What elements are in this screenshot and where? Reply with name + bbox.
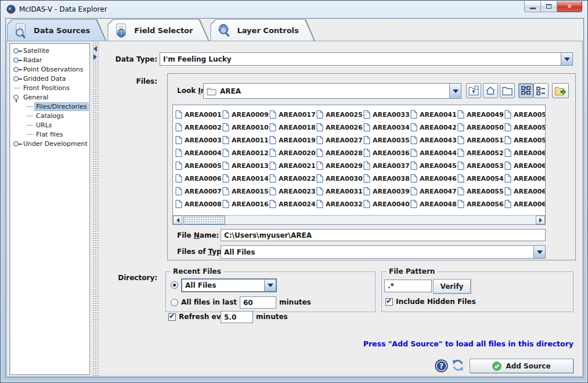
- file-item[interactable]: AREA0060: [504, 146, 545, 159]
- new-folder-button[interactable]: [500, 83, 515, 98]
- file-item[interactable]: AREA0061: [504, 159, 545, 172]
- tree-item-files-directories[interactable]: Files/Directories: [10, 102, 89, 111]
- details-view-toggle[interactable]: [533, 83, 549, 98]
- scroll-left-icon[interactable]: [173, 216, 182, 224]
- tree-toggle-icon[interactable]: [13, 55, 22, 65]
- data-type-combo[interactable]: I'm Feeling Lucky: [160, 52, 573, 66]
- verify-button[interactable]: Verify: [433, 279, 471, 293]
- chevron-down-icon[interactable]: [264, 280, 276, 291]
- maximize-button[interactable]: [541, 1, 557, 12]
- file-item[interactable]: AREA0043: [410, 134, 457, 146]
- file-item[interactable]: AREA0042: [410, 121, 457, 134]
- chevron-down-icon[interactable]: [561, 53, 572, 65]
- file-item[interactable]: AREA0016: [222, 198, 269, 210]
- list-view-toggle[interactable]: [518, 83, 533, 98]
- file-item[interactable]: AREA0025: [316, 108, 363, 121]
- file-item[interactable]: AREA0051: [457, 134, 504, 146]
- file-item[interactable]: AREA0049: [457, 108, 504, 121]
- tree-item-urls[interactable]: URLs: [10, 120, 89, 130]
- tree-item-radar[interactable]: Radar: [10, 55, 89, 65]
- file-item[interactable]: AREA0033: [363, 108, 410, 121]
- file-item[interactable]: AREA0015: [222, 185, 269, 198]
- file-item[interactable]: AREA0006: [175, 172, 222, 185]
- tree-item-gridded-data[interactable]: Gridded Data: [10, 74, 89, 83]
- file-item[interactable]: AREA0057: [504, 108, 545, 121]
- collapse-left-icon[interactable]: [93, 46, 97, 52]
- refresh-minutes-input[interactable]: 5.0: [221, 311, 253, 323]
- file-item[interactable]: AREA0038: [363, 172, 410, 185]
- file-item[interactable]: AREA0044: [410, 146, 457, 159]
- file-item[interactable]: AREA0045: [410, 159, 457, 172]
- scrollbar-thumb[interactable]: [183, 216, 225, 224]
- tree-toggle-icon[interactable]: [13, 92, 22, 102]
- chevron-down-icon[interactable]: [533, 246, 545, 258]
- file-item[interactable]: AREA0014: [222, 172, 269, 185]
- tab-data-sources[interactable]: Data Sources: [7, 19, 106, 41]
- file-item[interactable]: AREA0002: [175, 121, 222, 134]
- file-item[interactable]: AREA0062: [504, 172, 545, 185]
- tree-toggle-icon[interactable]: [13, 139, 22, 148]
- look-in-combo[interactable]: AREA: [203, 83, 461, 99]
- tree-toggle-icon[interactable]: [13, 65, 22, 74]
- file-item[interactable]: AREA0064: [504, 198, 545, 210]
- files-in-last-input[interactable]: 60: [240, 296, 276, 309]
- tree-toggle-icon[interactable]: [13, 74, 22, 83]
- file-item[interactable]: AREA0010: [222, 121, 269, 134]
- file-item[interactable]: AREA0012: [222, 146, 269, 159]
- tree-item-under-development[interactable]: Under Development: [10, 139, 89, 148]
- file-item[interactable]: AREA0001: [175, 108, 222, 121]
- file-item[interactable]: AREA0035: [363, 134, 410, 146]
- file-item[interactable]: AREA0031: [316, 185, 363, 198]
- up-one-level-button[interactable]: [466, 83, 481, 98]
- file-item[interactable]: AREA0053: [457, 159, 504, 172]
- tab-field-selector[interactable]: Field Selector: [107, 19, 209, 41]
- tree-item-catalogs[interactable]: Catalogs: [10, 111, 89, 120]
- help-button[interactable]: ?: [434, 359, 448, 373]
- tree-item-front-positions[interactable]: Front Positions: [10, 83, 89, 92]
- file-item[interactable]: AREA0028: [316, 146, 363, 159]
- file-item[interactable]: AREA0004: [175, 146, 222, 159]
- file-item[interactable]: AREA0052: [457, 146, 504, 159]
- file-item[interactable]: AREA0041: [410, 108, 457, 121]
- close-button[interactable]: ✕: [557, 1, 582, 12]
- file-item[interactable]: AREA0021: [269, 159, 316, 172]
- add-source-button[interactable]: Add Source: [470, 359, 573, 373]
- file-item[interactable]: AREA0007: [175, 185, 222, 198]
- file-item[interactable]: AREA0019: [269, 134, 316, 146]
- split-divider[interactable]: [92, 41, 99, 376]
- refresh-checkbox[interactable]: [168, 313, 176, 321]
- file-item[interactable]: AREA0056: [457, 198, 504, 210]
- file-item[interactable]: AREA0036: [363, 146, 410, 159]
- reload-button[interactable]: [451, 358, 465, 372]
- file-item[interactable]: AREA0005: [175, 159, 222, 172]
- file-item[interactable]: AREA0047: [410, 185, 457, 198]
- file-item[interactable]: AREA0055: [457, 185, 504, 198]
- file-item[interactable]: AREA0011: [222, 134, 269, 146]
- tree-item-general[interactable]: General: [10, 92, 89, 102]
- file-item[interactable]: AREA0027: [316, 134, 363, 146]
- tree-item-flat-files[interactable]: Flat files: [10, 130, 89, 139]
- recent-files-combo[interactable]: All Files: [181, 278, 277, 292]
- file-item[interactable]: AREA0026: [316, 121, 363, 134]
- file-item[interactable]: AREA0009: [222, 108, 269, 121]
- expand-right-icon[interactable]: [93, 54, 97, 60]
- file-item[interactable]: AREA0022: [269, 172, 316, 185]
- file-item[interactable]: AREA0008: [175, 198, 222, 210]
- file-item[interactable]: AREA0040: [363, 198, 410, 210]
- file-item[interactable]: AREA0013: [222, 159, 269, 172]
- file-item[interactable]: AREA0030: [316, 172, 363, 185]
- open-selected-folder-button[interactable]: [552, 83, 569, 98]
- tab-layer-controls[interactable]: Layer Controls: [210, 19, 315, 41]
- file-item[interactable]: AREA0039: [363, 185, 410, 198]
- file-item[interactable]: AREA0054: [457, 172, 504, 185]
- file-item[interactable]: AREA0059: [504, 134, 545, 146]
- horizontal-scrollbar[interactable]: [173, 215, 545, 224]
- file-item[interactable]: AREA0046: [410, 172, 457, 185]
- file-item[interactable]: AREA0020: [269, 146, 316, 159]
- include-hidden-checkbox[interactable]: [385, 298, 393, 306]
- file-item[interactable]: AREA0024: [269, 198, 316, 210]
- file-item[interactable]: AREA0017: [269, 108, 316, 121]
- file-item[interactable]: AREA0023: [269, 185, 316, 198]
- home-button[interactable]: [483, 83, 498, 98]
- minimize-button[interactable]: [524, 1, 541, 12]
